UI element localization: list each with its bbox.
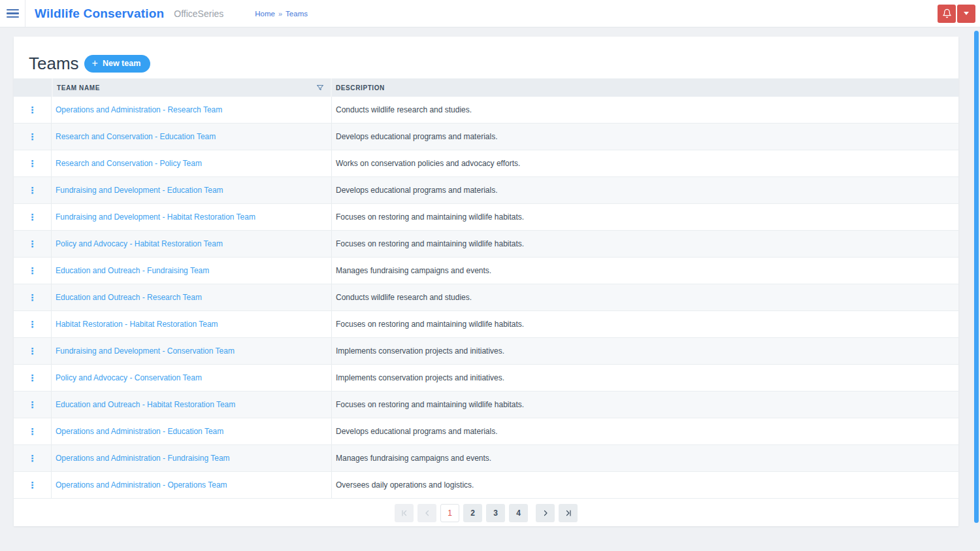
team-description: Manages fundraising campaigns and events… bbox=[336, 454, 491, 463]
table-row: ⋮ Education and Outreach - Habitat Resto… bbox=[14, 392, 958, 418]
filter-icon[interactable] bbox=[316, 84, 324, 92]
table-row: ⋮ Fundraising and Development - Habitat … bbox=[14, 204, 958, 231]
previous-page-button[interactable] bbox=[417, 504, 436, 522]
teams-card: Teams + New team TEAM NAME DESCRIPTION ⋮… bbox=[14, 37, 958, 526]
description-cell: Conducts wildlife research and studies. bbox=[332, 284, 958, 310]
team-name-link[interactable]: Operations and Administration - Research… bbox=[56, 105, 222, 114]
team-name-cell: Fundraising and Development - Habitat Re… bbox=[52, 204, 332, 230]
team-description: Develops educational programs and materi… bbox=[336, 186, 497, 195]
kebab-menu-icon[interactable]: ⋮ bbox=[24, 263, 41, 278]
team-name-link[interactable]: Research and Conservation - Policy Team bbox=[56, 159, 202, 168]
app-subtitle: OfficeSeries bbox=[174, 8, 223, 19]
table-row: ⋮ Operations and Administration - Operat… bbox=[14, 472, 958, 499]
table-row: ⋮ Fundraising and Development - Conserva… bbox=[14, 338, 958, 365]
breadcrumb: Home » Teams bbox=[255, 10, 308, 18]
kebab-menu-icon[interactable]: ⋮ bbox=[24, 317, 41, 331]
table-row: ⋮ Fundraising and Development - Educatio… bbox=[14, 177, 958, 204]
team-description: Develops educational programs and materi… bbox=[336, 427, 497, 436]
table-row: ⋮ Policy and Advocacy - Habitat Restorat… bbox=[14, 231, 958, 258]
kebab-menu-icon[interactable]: ⋮ bbox=[24, 290, 41, 305]
description-cell: Develops educational programs and materi… bbox=[332, 418, 958, 444]
table-row: ⋮ Operations and Administration - Fundra… bbox=[14, 445, 958, 472]
team-name-link[interactable]: Operations and Administration - Operatio… bbox=[56, 480, 227, 490]
page-button-4[interactable]: 4 bbox=[509, 504, 528, 522]
kebab-menu-icon[interactable]: ⋮ bbox=[24, 478, 41, 492]
team-name-link[interactable]: Fundraising and Development - Conservati… bbox=[56, 346, 235, 356]
notifications-button[interactable] bbox=[938, 5, 956, 23]
team-description: Conducts wildlife research and studies. bbox=[336, 105, 472, 114]
team-name-link[interactable]: Habitat Restoration - Habitat Restoratio… bbox=[56, 320, 218, 329]
kebab-menu-icon[interactable]: ⋮ bbox=[24, 451, 41, 465]
page-title: Teams bbox=[29, 54, 79, 74]
team-name-link[interactable]: Operations and Administration - Fundrais… bbox=[56, 454, 230, 463]
new-team-label: New team bbox=[103, 59, 140, 68]
description-cell: Focuses on restoring and maintaining wil… bbox=[332, 204, 958, 230]
kebab-menu-icon[interactable]: ⋮ bbox=[24, 344, 41, 358]
app-title: Wildlife Conservation bbox=[35, 7, 164, 21]
kebab-menu-icon[interactable]: ⋮ bbox=[24, 424, 41, 439]
team-description: Implements conservation projects and ini… bbox=[336, 373, 504, 382]
description-cell: Focuses on restoring and maintaining wil… bbox=[332, 392, 958, 418]
description-cell: Focuses on restoring and maintaining wil… bbox=[332, 311, 958, 337]
new-team-button[interactable]: + New team bbox=[84, 55, 151, 73]
team-name-cell: Operations and Administration - Educatio… bbox=[52, 418, 332, 444]
team-name-cell: Research and Conservation - Education Te… bbox=[52, 124, 332, 150]
team-name-cell: Policy and Advocacy - Habitat Restoratio… bbox=[52, 231, 332, 257]
kebab-menu-icon[interactable]: ⋮ bbox=[24, 210, 41, 224]
breadcrumb-separator: » bbox=[278, 10, 282, 18]
menu-button[interactable] bbox=[0, 0, 25, 27]
description-cell: Focuses on restoring and maintaining wil… bbox=[332, 231, 958, 257]
team-description: Oversees daily operations and logistics. bbox=[336, 480, 474, 490]
page-button-2[interactable]: 2 bbox=[463, 504, 482, 522]
team-name-cell: Education and Outreach - Research Team bbox=[52, 284, 332, 310]
team-name-link[interactable]: Policy and Advocacy - Conservation Team bbox=[56, 373, 202, 382]
team-name-cell: Operations and Administration - Fundrais… bbox=[52, 445, 332, 471]
row-actions-cell: ⋮ bbox=[14, 392, 52, 418]
bell-icon bbox=[942, 8, 952, 18]
team-name-link[interactable]: Fundraising and Development - Habitat Re… bbox=[56, 212, 255, 222]
team-description: Focuses on restoring and maintaining wil… bbox=[336, 400, 524, 409]
team-description: Develops educational programs and materi… bbox=[336, 132, 497, 141]
team-name-cell: Fundraising and Development - Conservati… bbox=[52, 338, 332, 364]
description-cell: Works on conservation policies and advoc… bbox=[332, 150, 958, 176]
team-name-link[interactable]: Fundraising and Development - Education … bbox=[56, 186, 223, 195]
description-cell: Manages fundraising campaigns and events… bbox=[332, 445, 958, 471]
table-row: ⋮ Operations and Administration - Resear… bbox=[14, 97, 958, 124]
description-cell: Implements conservation projects and ini… bbox=[332, 338, 958, 364]
account-dropdown-button[interactable] bbox=[957, 5, 975, 23]
team-name-cell: Policy and Advocacy - Conservation Team bbox=[52, 365, 332, 391]
row-actions-cell: ⋮ bbox=[14, 258, 52, 284]
team-name-cell: Operations and Administration - Operatio… bbox=[52, 472, 332, 498]
kebab-menu-icon[interactable]: ⋮ bbox=[24, 183, 41, 197]
team-name-cell: Fundraising and Development - Education … bbox=[52, 177, 332, 203]
kebab-menu-icon[interactable]: ⋮ bbox=[24, 129, 41, 144]
first-page-button[interactable] bbox=[395, 504, 414, 522]
row-actions-cell: ⋮ bbox=[14, 365, 52, 391]
kebab-menu-icon[interactable]: ⋮ bbox=[24, 103, 41, 117]
next-page-button[interactable] bbox=[536, 504, 555, 522]
last-page-button[interactable] bbox=[559, 504, 578, 522]
description-cell: Implements conservation projects and ini… bbox=[332, 365, 958, 391]
team-description: Implements conservation projects and ini… bbox=[336, 346, 504, 356]
team-name-link[interactable]: Research and Conservation - Education Te… bbox=[56, 132, 216, 141]
team-name-link[interactable]: Education and Outreach - Research Team bbox=[56, 293, 202, 302]
team-description: Works on conservation policies and advoc… bbox=[336, 159, 520, 168]
team-name-link[interactable]: Policy and Advocacy - Habitat Restoratio… bbox=[56, 239, 223, 248]
kebab-menu-icon[interactable]: ⋮ bbox=[24, 397, 41, 412]
team-name-link[interactable]: Operations and Administration - Educatio… bbox=[56, 427, 223, 436]
breadcrumb-home-link[interactable]: Home bbox=[255, 10, 275, 18]
row-actions-cell: ⋮ bbox=[14, 204, 52, 230]
page-button-3[interactable]: 3 bbox=[486, 504, 505, 522]
kebab-menu-icon[interactable]: ⋮ bbox=[24, 156, 41, 171]
team-name-link[interactable]: Education and Outreach - Habitat Restora… bbox=[56, 400, 235, 409]
team-name-header-label: TEAM NAME bbox=[57, 84, 100, 92]
team-name-link[interactable]: Education and Outreach - Fundraising Tea… bbox=[56, 266, 209, 275]
row-actions-cell: ⋮ bbox=[14, 311, 52, 337]
table-row: ⋮ Education and Outreach - Fundraising T… bbox=[14, 258, 958, 284]
kebab-menu-icon[interactable]: ⋮ bbox=[24, 371, 41, 385]
breadcrumb-current-link[interactable]: Teams bbox=[286, 10, 308, 18]
table-header-row: TEAM NAME DESCRIPTION bbox=[14, 78, 958, 97]
vertical-scrollbar[interactable] bbox=[974, 31, 979, 523]
page-button-1[interactable]: 1 bbox=[440, 504, 459, 522]
kebab-menu-icon[interactable]: ⋮ bbox=[24, 237, 41, 251]
